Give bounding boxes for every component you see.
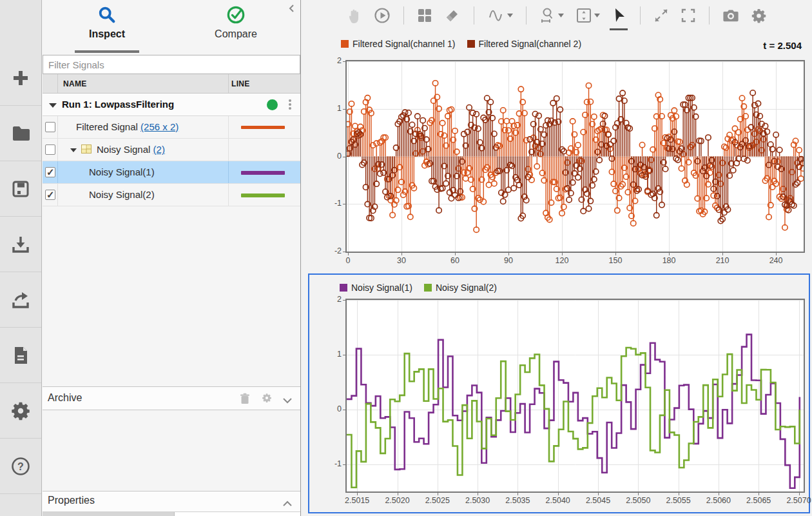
fullscreen-button[interactable] [679,6,697,25]
legend-label: Filtered Signal(channel 2) [479,39,582,49]
toolbar-divider [709,6,710,25]
layout-button[interactable] [416,6,434,25]
legend-label: Noisy Signal(1) [351,283,412,293]
y-tick-mark [343,355,345,355]
y-tick-mark [343,157,345,157]
archive-header[interactable]: Archive [43,386,300,410]
gear-icon [751,8,767,24]
fit-to-view-button[interactable] [574,6,601,25]
help-button[interactable]: ? [0,439,41,494]
properties-table-sliver [43,511,300,516]
x-tick-label: 2.5040 [537,496,579,505]
open-button[interactable] [0,106,41,161]
legend-swatch [467,40,475,48]
plot2-container-selected[interactable]: Noisy Signal(1) Noisy Signal(2) 2.50152.… [308,273,810,513]
export-button[interactable] [0,272,41,328]
signal-row-noisy-2[interactable]: Noisy Signal(2) [43,184,300,206]
x-tick-label: 30 [381,256,422,265]
plot-settings-button[interactable] [749,6,768,25]
checkbox-checked[interactable] [45,167,55,177]
filter-signals-input[interactable] [43,55,300,74]
archive-settings-button[interactable] [262,393,272,406]
x-tick-label: 2.5020 [377,496,418,505]
tab-compare[interactable]: Compare [171,0,300,55]
export-icon [10,290,31,310]
x-tick-mark [598,493,599,495]
checkbox-unchecked[interactable] [45,122,55,132]
x-tick-mark [348,253,349,255]
x-tick-label: 150 [595,256,636,265]
signal-row-noisy-1[interactable]: Noisy Signal(1) [43,161,300,184]
legend-label: Noisy Signal(2) [436,283,497,293]
y-tick-mark [343,61,345,62]
plot1-legend: Filtered Signal(channel 1) Filtered Sign… [341,39,581,49]
report-icon [10,345,31,366]
zoom-button[interactable] [538,6,565,25]
time-cursor-readout: t = 2.504 [763,40,802,51]
x-tick-mark [558,493,559,495]
expand-button[interactable] [652,6,670,25]
legend-item: Filtered Signal(channel 2) [467,39,582,49]
x-tick-label: 210 [702,256,743,265]
collapse-panel-button[interactable] [287,4,295,15]
plot2-axes[interactable] [345,299,805,493]
dims-link[interactable]: (2) [153,144,165,155]
plot1-axes[interactable] [345,60,805,253]
signal-row-filtered[interactable]: Filtered Signal (256 x 2) [43,116,300,139]
expand-diagonal-icon [653,8,669,23]
properties-collapse-button[interactable] [282,498,293,510]
wave-icon [487,7,505,24]
checkbox-checked[interactable] [45,190,55,200]
fullscreen-icon [681,8,696,23]
signal-row-noisy-group[interactable]: Noisy Signal (2) [43,139,300,161]
archive-delete-button[interactable] [240,393,250,407]
collapse-run-icon[interactable] [49,103,57,108]
x-tick-label: 2.5055 [658,496,699,505]
x-tick-mark [679,493,679,495]
archive-collapse-button[interactable] [282,395,293,406]
replay-icon [374,7,391,24]
replay-button[interactable] [372,6,392,25]
run-label: Run 1: LowpassFiltering [62,99,174,110]
snapshot-button[interactable] [721,6,740,25]
svg-text:?: ? [17,461,24,472]
import-button[interactable] [0,217,41,272]
plot2-canvas[interactable] [347,300,804,491]
signal-label: Filtered Signal (256 x 2) [76,121,179,132]
help-icon: ? [10,456,31,477]
preferences-button[interactable] [0,383,41,439]
properties-label: Properties [48,495,95,506]
y-tick-label: 2 [322,295,342,304]
checkbox-unchecked[interactable] [45,144,55,155]
pan-button[interactable] [345,6,363,25]
clear-plots-button[interactable] [443,6,462,25]
tab-bar: Inspect Compare [43,0,300,55]
signal-display-button[interactable] [486,6,514,25]
plot2-legend: Noisy Signal(1) Noisy Signal(2) [340,283,497,293]
tab-inspect[interactable]: Inspect [43,0,171,55]
y-tick-mark [343,410,345,410]
signal-browser-panel: Inspect Compare NAME LINE Run 1: Lowpass… [43,0,301,516]
run-row[interactable]: Run 1: LowpassFiltering [43,94,300,116]
x-tick-label: 2.5045 [577,496,619,505]
dims-link[interactable]: (256 x 2) [140,121,179,132]
properties-header[interactable]: Properties [43,491,300,511]
signal-table-empty-area [43,206,300,386]
plot1-canvas[interactable] [347,61,804,252]
save-button[interactable] [0,161,41,217]
y-tick-mark [343,252,345,252]
x-tick-label: 90 [488,256,529,265]
caret-down-icon [558,14,564,17]
line-swatch[interactable] [241,194,285,197]
trash-icon [240,393,250,404]
x-tick-mark [719,493,719,495]
report-button[interactable] [0,328,41,383]
cursor-button[interactable] [610,6,628,25]
line-swatch[interactable] [241,171,285,175]
new-session-button[interactable] [0,50,41,106]
line-swatch[interactable] [241,126,285,129]
run-menu-button[interactable] [285,98,295,112]
x-tick-mark [478,493,478,495]
y-tick-label: 1 [322,104,342,113]
collapse-group-icon[interactable] [70,148,77,152]
